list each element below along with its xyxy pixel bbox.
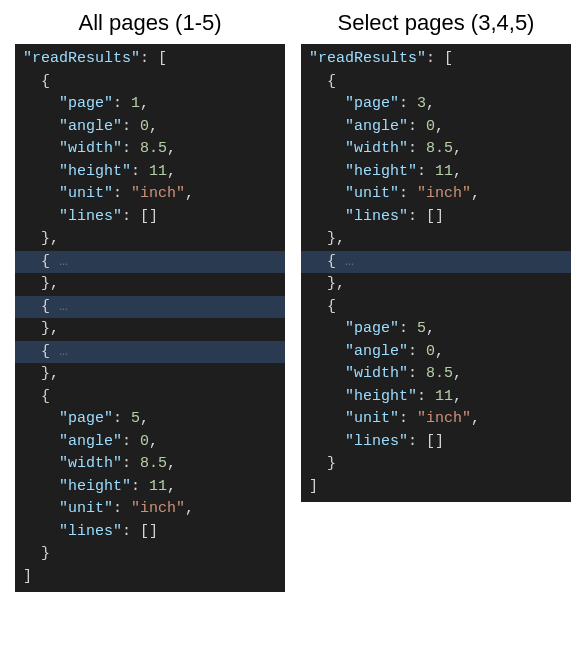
code-line: "width": 8.5, <box>15 138 285 161</box>
code-line: }, <box>15 363 285 386</box>
code-line: { <box>301 296 571 319</box>
code-line: "unit": "inch", <box>15 183 285 206</box>
code-line: "height": 11, <box>15 476 285 499</box>
code-line: }, <box>301 228 571 251</box>
collapsed-fold[interactable]: { … <box>15 341 285 364</box>
panel-all-pages: All pages (1-5) "readResults": [ { "page… <box>15 10 285 592</box>
code-line: "page": 3, <box>301 93 571 116</box>
code-line: }, <box>301 273 571 296</box>
panel-select-pages: Select pages (3,4,5) "readResults": [ { … <box>301 10 571 592</box>
code-line: "readResults": [ <box>15 48 285 71</box>
code-line: "angle": 0, <box>15 116 285 139</box>
code-line: "readResults": [ <box>301 48 571 71</box>
code-line: { <box>15 386 285 409</box>
code-line: "angle": 0, <box>301 341 571 364</box>
panel-title: Select pages (3,4,5) <box>338 10 535 36</box>
code-line: }, <box>15 318 285 341</box>
code-line: "angle": 0, <box>15 431 285 454</box>
code-line: "height": 11, <box>301 161 571 184</box>
code-line: { <box>15 71 285 94</box>
code-block-select-pages: "readResults": [ { "page": 3, "angle": 0… <box>301 44 571 502</box>
code-line: "width": 8.5, <box>15 453 285 476</box>
code-line: "width": 8.5, <box>301 138 571 161</box>
code-line: "angle": 0, <box>301 116 571 139</box>
code-line: } <box>301 453 571 476</box>
code-line: "page": 5, <box>15 408 285 431</box>
code-line: "unit": "inch", <box>301 408 571 431</box>
code-line: "height": 11, <box>15 161 285 184</box>
code-line: "height": 11, <box>301 386 571 409</box>
collapsed-fold[interactable]: { … <box>301 251 571 274</box>
comparison-container: All pages (1-5) "readResults": [ { "page… <box>10 10 576 592</box>
code-line: "page": 5, <box>301 318 571 341</box>
code-line: { <box>301 71 571 94</box>
code-line: "unit": "inch", <box>15 498 285 521</box>
ellipsis-icon: … <box>50 253 68 270</box>
code-line: "lines": [] <box>15 521 285 544</box>
code-line: } <box>15 543 285 566</box>
code-line: "unit": "inch", <box>301 183 571 206</box>
ellipsis-icon: … <box>336 253 354 270</box>
code-line: }, <box>15 273 285 296</box>
code-block-all-pages: "readResults": [ { "page": 1, "angle": 0… <box>15 44 285 592</box>
code-line: ] <box>301 476 571 499</box>
code-line: "width": 8.5, <box>301 363 571 386</box>
code-line: "lines": [] <box>15 206 285 229</box>
ellipsis-icon: … <box>50 298 68 315</box>
code-line: "lines": [] <box>301 431 571 454</box>
code-line: }, <box>15 228 285 251</box>
code-line: "lines": [] <box>301 206 571 229</box>
ellipsis-icon: … <box>50 343 68 360</box>
panel-title: All pages (1-5) <box>78 10 221 36</box>
code-line: ] <box>15 566 285 589</box>
code-line: "page": 1, <box>15 93 285 116</box>
collapsed-fold[interactable]: { … <box>15 251 285 274</box>
collapsed-fold[interactable]: { … <box>15 296 285 319</box>
